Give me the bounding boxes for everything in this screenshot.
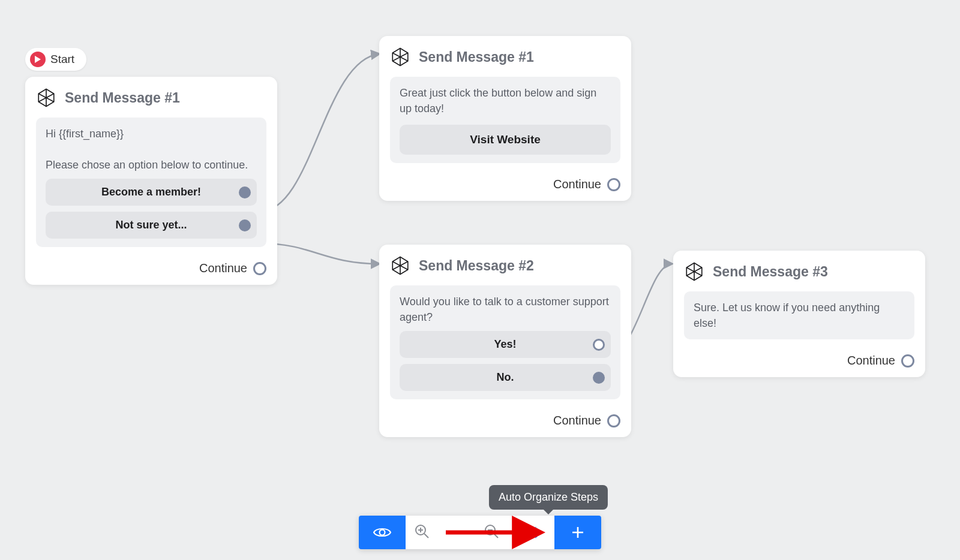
message-block: Great just click the button below and si…	[390, 77, 620, 163]
continue-row[interactable]: Continue	[684, 354, 914, 368]
svg-line-18	[424, 534, 428, 538]
node-title: Send Message #3	[713, 264, 828, 280]
node-header: Send Message #2	[390, 255, 620, 276]
message-block: Would you like to talk to a customer sup…	[390, 285, 620, 399]
hexagon-icon	[36, 88, 56, 108]
flow-node-send-message-1a[interactable]: Send Message #1 Hi {{first_name}} Please…	[25, 77, 277, 285]
connector-port[interactable]	[607, 178, 620, 191]
canvas-toolbar	[359, 516, 601, 549]
option-label: Become a member!	[101, 186, 201, 198]
hexagon-icon	[390, 255, 410, 276]
continue-row[interactable]: Continue	[390, 177, 620, 191]
message-text: Sure. Let us know if you need anything e…	[694, 300, 905, 331]
tooltip-text: Auto Organize Steps	[499, 491, 598, 503]
svg-line-22	[494, 534, 498, 538]
zoom-out-button[interactable]	[484, 523, 499, 541]
flow-node-send-message-3[interactable]: Send Message #3 Sure. Let us know if you…	[673, 251, 925, 377]
svg-point-16	[380, 530, 385, 535]
option-label: No.	[497, 371, 514, 384]
option-become-member[interactable]: Become a member!	[46, 179, 257, 206]
option-not-sure[interactable]: Not sure yet...	[46, 212, 257, 239]
preview-button[interactable]	[359, 516, 406, 549]
flow-node-send-message-1b[interactable]: Send Message #1 Great just click the but…	[379, 36, 631, 201]
zoom-controls	[406, 516, 508, 549]
connector-port[interactable]	[239, 219, 251, 231]
option-label: Yes!	[494, 338, 516, 351]
option-yes[interactable]: Yes!	[400, 331, 611, 358]
start-label: Start	[50, 53, 74, 66]
message-block: Sure. Let us know if you need anything e…	[684, 291, 914, 339]
continue-row[interactable]: Continue	[390, 414, 620, 427]
flow-node-send-message-2[interactable]: Send Message #2 Would you like to talk t…	[379, 245, 631, 437]
zoom-in-button[interactable]	[414, 523, 430, 541]
node-header: Send Message #1	[390, 47, 620, 67]
start-node[interactable]: Start	[25, 48, 86, 71]
message-text: Great just click the button below and si…	[400, 85, 611, 116]
node-title: Send Message #1	[65, 90, 180, 106]
connector-port[interactable]	[593, 339, 605, 351]
add-step-button[interactable]	[554, 516, 601, 549]
connector-port[interactable]	[901, 354, 914, 368]
node-header: Send Message #3	[684, 261, 914, 282]
connector-port[interactable]	[607, 414, 620, 427]
message-text: Hi {{first_name}} Please chose an option…	[46, 126, 257, 173]
connector-port[interactable]	[593, 372, 605, 384]
connector-port[interactable]	[253, 262, 266, 275]
visit-website-button[interactable]: Visit Website	[400, 125, 611, 155]
play-icon	[30, 52, 46, 67]
hexagon-icon	[390, 47, 410, 67]
continue-label: Continue	[847, 354, 895, 368]
option-label: Not sure yet...	[115, 219, 187, 231]
continue-label: Continue	[199, 261, 247, 275]
option-no[interactable]: No.	[400, 364, 611, 391]
button-label: Visit Website	[470, 133, 541, 146]
auto-organize-button[interactable]	[508, 516, 554, 549]
continue-label: Continue	[553, 414, 601, 427]
continue-row[interactable]: Continue	[36, 261, 266, 275]
tooltip-auto-organize: Auto Organize Steps	[489, 485, 608, 510]
hexagon-icon	[684, 261, 704, 282]
node-title: Send Message #2	[419, 258, 534, 274]
node-title: Send Message #1	[419, 49, 534, 65]
message-text: Would you like to talk to a customer sup…	[400, 294, 611, 325]
node-header: Send Message #1	[36, 88, 266, 108]
flow-canvas[interactable]: Start Send Message #1 Hi {{first_name}} …	[0, 0, 960, 560]
continue-label: Continue	[553, 177, 601, 191]
connector-port[interactable]	[239, 186, 251, 198]
message-block: Hi {{first_name}} Please chose an option…	[36, 118, 266, 247]
